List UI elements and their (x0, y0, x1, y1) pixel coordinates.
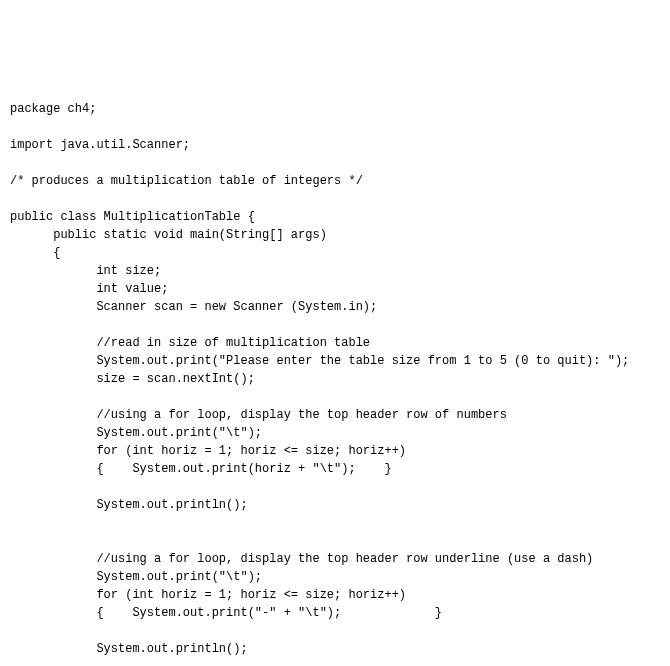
code-line: size = scan.nextInt(); (10, 372, 255, 386)
code-line: { (10, 246, 60, 260)
code-line: int size; (10, 264, 161, 278)
code-line: int value; (10, 282, 168, 296)
code-line: for (int horiz = 1; horiz <= size; horiz… (10, 588, 406, 602)
code-line: System.out.print("\t"); (10, 570, 262, 584)
code-block: package ch4; import java.util.Scanner; /… (10, 82, 660, 666)
code-line: public static void main(String[] args) (10, 228, 327, 242)
code-line: System.out.print("\t"); (10, 426, 262, 440)
code-line: { System.out.print(horiz + "\t"); } (10, 462, 392, 476)
code-line: import java.util.Scanner; (10, 138, 190, 152)
code-line: Scanner scan = new Scanner (System.in); (10, 300, 377, 314)
code-line: { System.out.print("-" + "\t"); } (10, 606, 442, 620)
code-line: System.out.println(); (10, 498, 248, 512)
code-line: System.out.println(); (10, 642, 248, 656)
code-line: /* produces a multiplication table of in… (10, 174, 363, 188)
code-line: //read in size of multiplication table (10, 336, 370, 350)
code-line: //using a for loop, display the top head… (10, 408, 507, 422)
code-line: package ch4; (10, 102, 96, 116)
code-line: //using a for loop, display the top head… (10, 552, 593, 566)
code-line: System.out.print("Please enter the table… (10, 354, 629, 368)
code-line: public class MultiplicationTable { (10, 210, 255, 224)
code-line: for (int horiz = 1; horiz <= size; horiz… (10, 444, 406, 458)
